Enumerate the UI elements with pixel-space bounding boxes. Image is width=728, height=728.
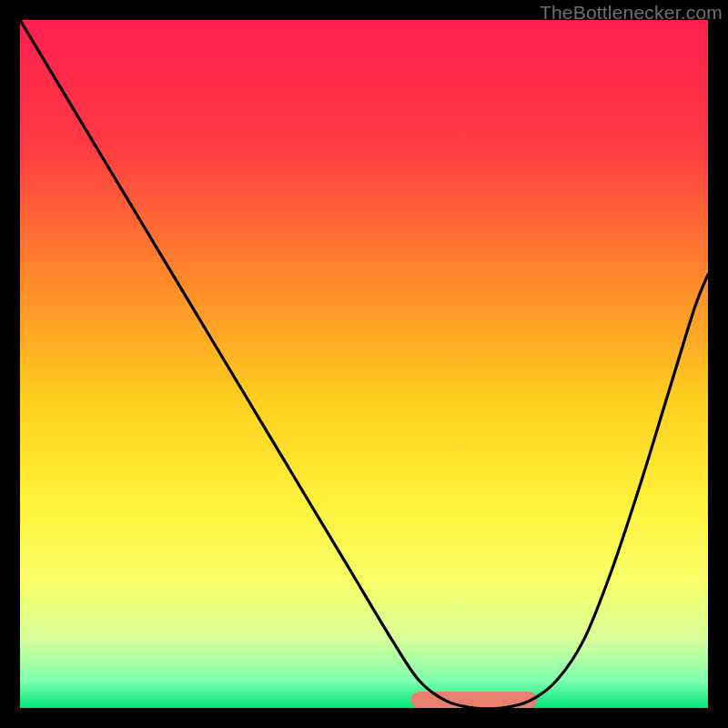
gradient-background [20, 20, 708, 708]
bottleneck-chart [20, 20, 708, 708]
chart-frame [20, 20, 708, 708]
watermark-text: TheBottlenecker.com [540, 2, 723, 24]
